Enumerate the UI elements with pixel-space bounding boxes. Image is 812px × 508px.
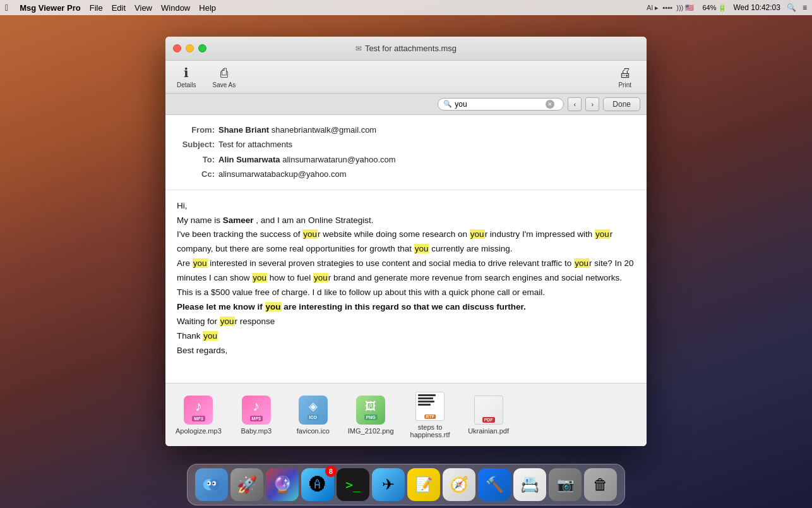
music-note-icon-2: ♪: [253, 398, 260, 414]
attachment-pdf[interactable]: PDF Ukrainian.pdf: [467, 396, 511, 435]
save-as-button[interactable]: ⎙ Save As: [208, 63, 241, 91]
maximize-button[interactable]: [198, 44, 206, 52]
highlight-you-6: you: [574, 258, 589, 268]
dock-image-capture[interactable]: 📷: [549, 468, 582, 501]
dock: 🚀 🔮 🅐 8 >_ ✈ 📝 🧭 🔨 📇 📷 🗑: [187, 464, 625, 505]
highlight-you-4: you: [414, 244, 429, 253]
highlight-you-3: you: [595, 229, 610, 239]
highlight-you-5: you: [193, 258, 208, 268]
search-done-button[interactable]: Done: [603, 97, 640, 111]
attachment-img-png[interactable]: 🖼 PNG IMG_2102.png: [348, 396, 394, 435]
mp3-badge-1: MP3: [192, 416, 205, 421]
list-icon[interactable]: ≡: [803, 3, 807, 12]
svg-point-5: [208, 483, 210, 485]
attachment-name-4: IMG_2102.png: [348, 427, 394, 435]
png-badge: PNG: [364, 414, 378, 420]
body-regards: Best regards,: [177, 344, 635, 358]
mail-icon: ✈: [382, 476, 395, 493]
siri-icon: 🔮: [272, 475, 292, 495]
attachment-name-5: steps to happiness.rtf: [407, 423, 454, 438]
window-title-text: Test for attachments.msg: [365, 44, 457, 53]
pdf-icon: PDF: [474, 396, 503, 425]
dock-finder[interactable]: [195, 468, 228, 501]
to-name: Alin Sumarwata: [218, 155, 280, 164]
dock-contacts[interactable]: 📇: [513, 468, 546, 501]
titlebar: ✉ Test for attachments.msg: [165, 37, 647, 61]
notes-icon: 📝: [415, 476, 433, 493]
cc-row: Cc: alinsumarwatabackup@yahoo.com: [177, 167, 635, 181]
search-input[interactable]: [455, 100, 543, 109]
menubar-window[interactable]: Window: [161, 3, 190, 13]
menubar-file[interactable]: File: [90, 3, 103, 13]
body-paragraph-bold: Please let me know if you are interestin…: [177, 300, 635, 315]
menubar-view[interactable]: View: [134, 3, 152, 13]
highlight-you-10: you: [220, 317, 235, 326]
dock-safari[interactable]: 🧭: [443, 468, 475, 501]
menubar-status: AI ▸ ▪▪▪▪ ))) 🇺🇸: [647, 4, 696, 12]
print-label: Print: [618, 82, 631, 88]
minimize-button[interactable]: [186, 44, 194, 52]
menubar-help[interactable]: Help: [199, 3, 216, 13]
subject-row: Subject: Test for attachments: [177, 137, 635, 152]
to-value: Alin Sumarwata alinsumarwatarun@yahoo.co…: [218, 152, 396, 167]
search-bar: 🔍 ✕ ‹ › Done: [165, 94, 647, 115]
email-content-area: From: Shane Briant shanebriantwalk@gmail…: [165, 115, 647, 446]
dock-terminal[interactable]: >_: [337, 468, 369, 501]
menubar-app-name[interactable]: Msg Viewer Pro: [20, 3, 81, 13]
music-note-icon: ♪: [195, 398, 202, 414]
rtf-badge: RTF: [424, 414, 436, 419]
dock-notes[interactable]: 📝: [407, 468, 440, 501]
attachment-rtf[interactable]: RTF steps to happiness.rtf: [407, 392, 454, 438]
details-label: Details: [177, 82, 196, 88]
pdf-badge: PDF: [482, 417, 495, 423]
svg-point-6: [213, 483, 215, 485]
highlight-you-7: you: [252, 273, 267, 282]
search-icon[interactable]: 🔍: [787, 3, 796, 12]
save-as-label: Save As: [213, 82, 236, 88]
body-greeting: Hi,: [177, 199, 635, 214]
search-prev-button[interactable]: ‹: [568, 97, 582, 111]
dock-siri[interactable]: 🔮: [266, 468, 299, 501]
attachment-baby-mp3[interactable]: ♪ MP3 Baby.mp3: [234, 396, 278, 435]
body-paragraph-2: Are you interested in several proven str…: [177, 257, 635, 300]
xcode-icon: 🔨: [485, 476, 504, 493]
appstore-badge: 8: [325, 466, 337, 477]
rtf-icon: RTF: [415, 392, 445, 421]
ico-symbol: ◈: [309, 399, 318, 413]
search-next-button[interactable]: ›: [585, 97, 599, 111]
mp3-icon-1: ♪ MP3: [184, 396, 213, 425]
attachment-favicon-ico[interactable]: ◈ ICO favicon.ico: [291, 396, 335, 435]
search-clear-button[interactable]: ✕: [546, 100, 554, 109]
toolbar: ℹ Details ⎙ Save As 🖨 Print: [165, 61, 647, 94]
details-button[interactable]: ℹ Details: [172, 63, 201, 91]
attachment-apologize-mp3[interactable]: ♪ MP3 Apologize.mp3: [176, 396, 222, 435]
save-as-icon: ⎙: [220, 66, 228, 80]
from-value: Shane Briant shanebriantwalk@gmail.com: [218, 123, 376, 137]
close-button[interactable]: [173, 44, 181, 52]
terminal-icon: >_: [345, 477, 361, 492]
details-icon: ℹ: [184, 65, 189, 80]
dock-xcode[interactable]: 🔨: [478, 468, 511, 501]
attachment-name-3: favicon.ico: [297, 427, 330, 435]
mp3-badge-2: MP3: [250, 416, 263, 421]
dock-appstore[interactable]: 🅐 8: [301, 468, 334, 501]
dock-launchpad[interactable]: 🚀: [230, 468, 263, 501]
menubar:  Msg Viewer Pro File Edit View Window H…: [0, 0, 812, 15]
rtf-line-2: [418, 397, 433, 399]
rtf-line-1: [418, 394, 436, 396]
dock-trash[interactable]: 🗑: [584, 468, 617, 501]
search-glass-icon: 🔍: [443, 100, 452, 108]
to-row: To: Alin Sumarwata alinsumarwatarun@yaho…: [177, 152, 635, 167]
print-button[interactable]: 🖨 Print: [613, 63, 636, 91]
email-body: Hi, My name is Sameer , and I am an Onli…: [165, 190, 647, 383]
attachment-name-6: Ukrainian.pdf: [468, 427, 509, 435]
dock-mail[interactable]: ✈: [372, 468, 405, 501]
print-icon: 🖨: [619, 66, 631, 80]
menubar-edit[interactable]: Edit: [112, 3, 126, 13]
from-label: From:: [177, 123, 215, 137]
cc-value: alinsumarwatabackup@yahoo.com: [218, 167, 347, 181]
apple-menu[interactable]: : [5, 3, 8, 13]
highlight-you-1: you: [302, 229, 318, 239]
menubar-left:  Msg Viewer Pro File Edit View Window H…: [5, 3, 216, 13]
body-intro: My name is Sameer , and I am an Online S…: [177, 214, 635, 228]
